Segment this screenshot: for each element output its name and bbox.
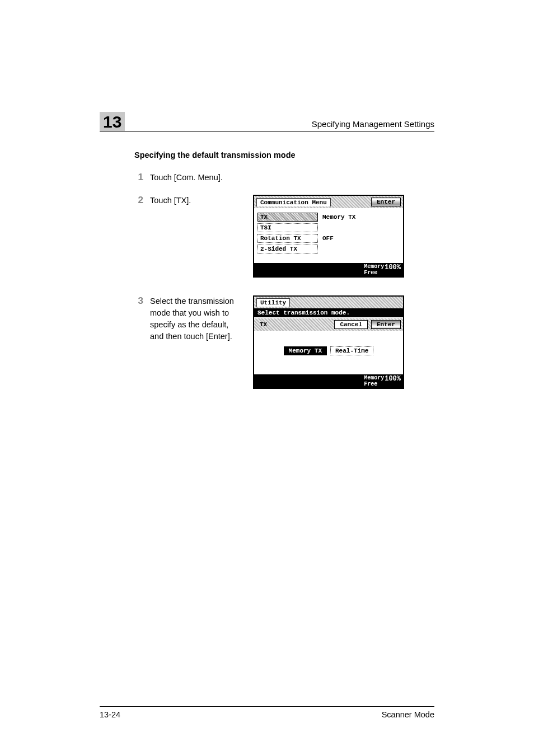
figure-header-tab: Communication Menu [256,198,331,206]
free-label: Free [364,381,377,387]
step-number: 1 [134,172,143,183]
instruction-bar: Select transmission mode. [254,308,403,317]
figure-communication-menu: Communication Menu Enter TX Memory TX TS… [253,195,404,278]
step-1: 1 Touch [Com. Menu]. [134,172,434,184]
page-number: 13-24 [100,710,120,719]
option-tx[interactable]: TX [257,213,318,222]
memory-free-percent: 100% [385,264,401,276]
memory-label: Memory [364,264,384,270]
figure-transmission-mode: Utility Select transmission mode. TX Can… [253,295,404,389]
header-title: Specifying Management Settings [312,119,434,131]
cancel-button[interactable]: Cancel [334,320,368,329]
step-text: Touch [Com. Menu]. [150,172,434,184]
step-number: 2 [134,195,143,206]
step-3-row: 3 Select the transmission mode that you … [134,295,434,389]
section-title: Specifying the default transmission mode [134,151,434,159]
memory-free-percent: 100% [385,375,401,387]
memory-label: Memory [364,375,384,381]
option-rotation-tx-value: OFF [320,235,334,242]
sub-label-tx: TX [256,321,270,328]
option-tsi[interactable]: TSI [257,223,318,232]
mode-options: Memory TX Real-Time [254,331,403,374]
option-2sided-tx[interactable]: 2-Sided TX [257,245,318,253]
mode-real-time[interactable]: Real-Time [330,346,373,355]
enter-button[interactable]: Enter [371,198,401,206]
mode-memory-tx[interactable]: Memory TX [284,346,327,355]
step-text: Touch [TX]. [150,195,243,206]
step-number: 3 [134,295,143,342]
options-list: TX Memory TX TSI Rotation TX OFF 2-Sided… [257,213,400,253]
footer-mode-label: Scanner Mode [382,710,434,719]
figure-header-tab: Utility [256,298,290,307]
step-2-row: 2 Touch [TX]. Communication Menu Enter T… [134,195,434,278]
page-footer: 13-24 Scanner Mode [100,706,434,719]
enter-button[interactable]: Enter [371,320,401,329]
option-rotation-tx[interactable]: Rotation TX [257,234,318,243]
option-tx-value: Memory TX [320,214,355,220]
step-text: Select the transmission mode that you wi… [150,295,243,342]
free-label: Free [364,270,377,276]
chapter-number: 13 [100,112,125,131]
